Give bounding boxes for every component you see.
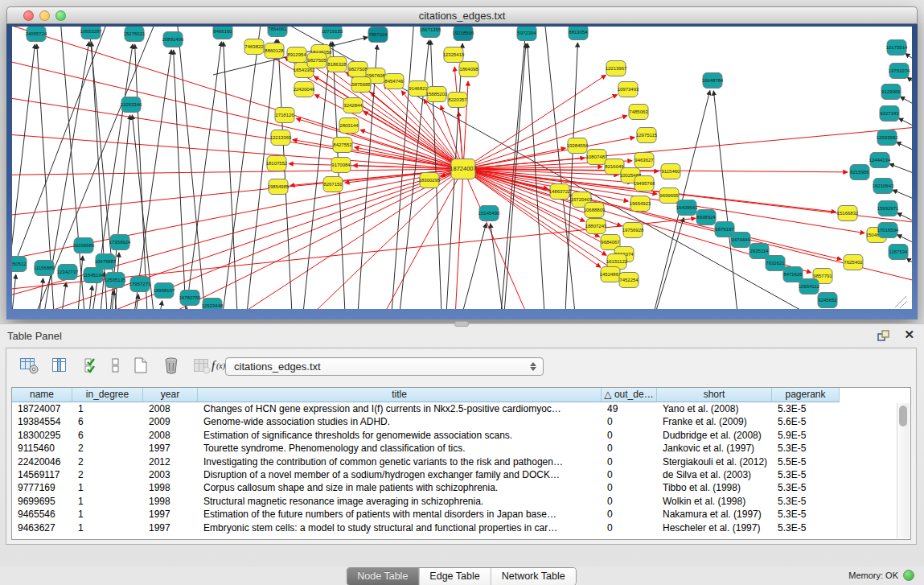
- graph-node[interactable]: 8466160: [213, 27, 232, 39]
- table-vertical-scrollbar[interactable]: [897, 403, 910, 538]
- graph-node[interactable]: 11545194: [83, 268, 105, 283]
- graph-node[interactable]: 11156889: [34, 261, 55, 276]
- cell-in_degree[interactable]: 1: [72, 481, 143, 494]
- graph-node[interactable]: 19218506: [453, 27, 474, 41]
- table-row[interactable]: 1830029562008Estimation of significance …: [12, 429, 910, 442]
- graph-node[interactable]: 10719155: [322, 27, 343, 39]
- graph-node[interactable]: 2803144: [339, 118, 359, 134]
- graph-node[interactable]: 18300295: [419, 173, 441, 188]
- graph-node[interactable]: 19495768: [634, 176, 655, 192]
- cell-pagerank[interactable]: 5.3E-5: [772, 508, 840, 521]
- graph-node[interactable]: 8427552: [333, 138, 352, 153]
- cell-name[interactable]: 18724007: [12, 402, 72, 415]
- table-selector-dropdown[interactable]: citations_edges.txt: [225, 357, 544, 376]
- graph-node[interactable]: 20206586: [73, 238, 95, 253]
- graph-node[interactable]: 8471626: [783, 267, 803, 282]
- graph-node[interactable]: 10973493: [618, 82, 639, 97]
- graph-node[interactable]: 16782759: [179, 290, 201, 306]
- graph-node[interactable]: 8186328: [327, 57, 347, 72]
- delete-column-icon[interactable]: [159, 356, 183, 378]
- cell-out_de[interactable]: 0: [602, 495, 657, 508]
- graph-node[interactable]: 18107552: [266, 156, 288, 171]
- graph-node[interactable]: 16409541: [676, 200, 698, 216]
- table-mode-icon[interactable]: [18, 356, 42, 378]
- cell-title[interactable]: Genome-wide association studies in ADHD.: [198, 415, 602, 428]
- cell-pagerank[interactable]: 5.3E-5: [772, 481, 840, 494]
- cell-short[interactable]: Hescheler et al. (1997): [657, 521, 772, 534]
- window-titlebar[interactable]: citations_edges.txt: [6, 6, 918, 24]
- graph-node[interactable]: 22420046: [294, 82, 315, 97]
- cell-name[interactable]: 9777169: [12, 481, 72, 494]
- cell-out_de[interactable]: 49: [602, 402, 657, 415]
- cell-name[interactable]: 9465546: [12, 508, 72, 521]
- column-header-title[interactable]: title: [198, 388, 602, 402]
- function-builder-icon[interactable]: f(x): [209, 356, 233, 378]
- cell-title[interactable]: Estimation of significance thresholds fo…: [198, 429, 602, 442]
- graph-node[interactable]: 2935114: [749, 244, 769, 259]
- cell-year[interactable]: 2003: [143, 468, 198, 481]
- cell-title[interactable]: Tourette syndrome. Phenomenology and cla…: [198, 442, 602, 455]
- graph-node[interactable]: 7864061: [268, 27, 287, 37]
- graph-node[interactable]: 21053346: [121, 97, 142, 113]
- graph-node[interactable]: 8860128: [265, 43, 284, 59]
- cell-pagerank[interactable]: 5.3E-5: [772, 521, 840, 534]
- cell-in_degree[interactable]: 2: [72, 455, 143, 468]
- graph-node[interactable]: 9350512: [12, 257, 27, 272]
- column-header-short[interactable]: short: [657, 388, 772, 402]
- graph-node[interactable]: 7632621: [766, 256, 785, 271]
- graph-node[interactable]: 2718126: [275, 108, 294, 123]
- cell-short[interactable]: Tibbo et al. (1998): [657, 481, 772, 494]
- cell-in_degree[interactable]: 1: [72, 402, 143, 415]
- graph-node[interactable]: 12444134: [869, 153, 891, 168]
- cell-title[interactable]: Corpus callosum shape and size in male p…: [198, 481, 602, 494]
- graph-node[interactable]: 19854985: [268, 179, 290, 195]
- cell-name[interactable]: 14569117: [12, 468, 72, 481]
- scrollbar-thumb[interactable]: [899, 406, 907, 426]
- cell-title[interactable]: Structural magnetic resonance image aver…: [198, 495, 602, 508]
- column-header-year[interactable]: year: [143, 388, 198, 402]
- memory-status-icon[interactable]: [903, 570, 914, 581]
- select-all-columns-icon[interactable]: [80, 356, 104, 378]
- graph-node[interactable]: 15166832: [837, 206, 859, 221]
- cell-pagerank[interactable]: 5.3E-5: [772, 495, 840, 508]
- cell-name[interactable]: 19384554: [12, 415, 72, 428]
- cell-out_de[interactable]: 0: [602, 521, 657, 534]
- graph-node[interactable]: 15276021: [124, 27, 146, 42]
- cell-short[interactable]: Jankovic et al. (1997): [657, 442, 772, 455]
- graph-node[interactable]: 7463822: [244, 39, 264, 55]
- cell-name[interactable]: 22420046: [12, 455, 72, 468]
- graph-node[interactable]: 3242844: [343, 98, 363, 113]
- cell-pagerank[interactable]: 5.3E-5: [772, 468, 840, 481]
- cell-name[interactable]: 9699695: [12, 495, 72, 508]
- graph-node[interactable]: 5972304: [517, 27, 536, 41]
- cell-out_de[interactable]: 0: [602, 429, 657, 442]
- graph-node[interactable]: 10975887: [95, 254, 117, 270]
- graph-node[interactable]: 17016504: [877, 223, 899, 238]
- cell-title[interactable]: Embryonic stem cells: a model to study s…: [198, 521, 602, 534]
- cell-out_de[interactable]: 0: [602, 455, 657, 468]
- graph-node[interactable]: 9463627: [634, 153, 654, 168]
- graph-node[interactable]: 12342737: [57, 265, 79, 280]
- cell-out_de[interactable]: 0: [602, 481, 657, 494]
- graph-node[interactable]: 17957273: [129, 277, 151, 292]
- graph-node[interactable]: 7452254: [619, 273, 639, 288]
- graph-node[interactable]: 8454749: [384, 74, 404, 89]
- cell-year[interactable]: 1997: [143, 521, 198, 534]
- cell-year[interactable]: 2009: [143, 415, 198, 428]
- graph-node[interactable]: 9827505: [307, 53, 326, 68]
- cell-out_de[interactable]: 0: [602, 415, 657, 428]
- cell-short[interactable]: Dudbridge et al. (2008): [657, 429, 772, 442]
- column-header-in_degree[interactable]: in_degree: [72, 388, 143, 402]
- graph-node[interactable]: 13751074: [889, 64, 910, 79]
- graph-node[interactable]: 24055724: [26, 27, 47, 42]
- cell-out_de[interactable]: 0: [602, 442, 657, 455]
- cell-title[interactable]: Investigating the contribution of common…: [198, 455, 602, 468]
- network-canvas[interactable]: 1872400718300295198549851810755212213369…: [12, 27, 912, 309]
- graph-node[interactable]: 10654112: [799, 279, 820, 295]
- cell-in_degree[interactable]: 2: [72, 442, 143, 455]
- cell-name[interactable]: 9463627: [12, 521, 72, 534]
- cell-out_de[interactable]: 0: [602, 508, 657, 521]
- graph-node[interactable]: 9827508: [348, 62, 368, 77]
- column-visibility-icon[interactable]: [48, 356, 72, 378]
- column-header-out_de[interactable]: △ out_de…: [602, 388, 657, 402]
